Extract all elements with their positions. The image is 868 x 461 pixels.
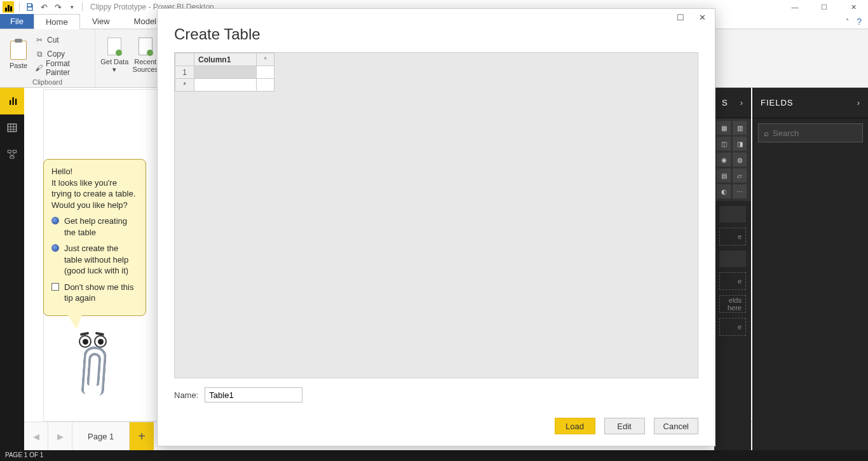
- viz-drop-zone[interactable]: e: [719, 228, 746, 245]
- visualizations-pane: S › ▦ ▥ ◫ ◨ ◉ ◍ ▤ ▱ ◐ ⋯ e e elds here e: [714, 88, 751, 450]
- svg-rect-2: [15, 99, 17, 105]
- clippy-option-nohelp[interactable]: Just create the table without help (good…: [51, 243, 138, 277]
- recent-sources-label: Recent Sources: [132, 58, 160, 73]
- svg-rect-1: [12, 97, 13, 105]
- svg-line-11: [10, 153, 13, 156]
- fields-header[interactable]: FIELDS ›: [753, 88, 868, 118]
- fields-search[interactable]: ⌕: [758, 123, 863, 142]
- grid-add-column[interactable]: *: [257, 53, 275, 66]
- clippy-option-help[interactable]: Get help creating the table: [51, 216, 138, 238]
- svg-rect-0: [10, 100, 11, 106]
- viz-type-icon[interactable]: ▤: [717, 169, 731, 182]
- viz-type-icon[interactable]: ▥: [733, 121, 747, 135]
- recent-sources-button[interactable]: Recent Sources: [132, 32, 160, 78]
- cancel-button[interactable]: Cancel: [654, 418, 698, 434]
- grid-cell[interactable]: [194, 66, 257, 79]
- viz-type-icon[interactable]: ▱: [733, 169, 747, 182]
- close-button[interactable]: ✕: [839, 0, 868, 14]
- clipboard-group-label: Clipboard: [0, 78, 95, 86]
- fields-pane: FIELDS › ⌕: [752, 88, 868, 450]
- viz-type-icon[interactable]: ◫: [717, 137, 731, 151]
- dialog-close-button[interactable]: ✕: [693, 10, 711, 24]
- grid-column-header[interactable]: Column1: [194, 53, 257, 66]
- page-tab-1[interactable]: Page 1: [72, 422, 130, 451]
- viz-more-icon[interactable]: ⋯: [733, 184, 747, 198]
- tab-view[interactable]: View: [80, 13, 122, 29]
- status-bar: PAGE 1 OF 1: [0, 450, 868, 461]
- chevron-right-icon: ›: [857, 98, 860, 107]
- table-name-label: Name:: [174, 390, 198, 400]
- clippy-bubble: Hello! It looks like you're trying to cr…: [43, 159, 146, 316]
- clippy-character[interactable]: [75, 335, 113, 396]
- viz-type-icon[interactable]: ◍: [733, 153, 747, 167]
- viz-section-header: [719, 206, 746, 223]
- view-rail: [0, 88, 24, 450]
- clippy-message: It looks like you're trying to create a …: [51, 178, 135, 210]
- add-page-button[interactable]: +: [130, 422, 154, 451]
- grid-cell[interactable]: [194, 79, 257, 92]
- clippy-assistant: Hello! It looks like you're trying to cr…: [43, 159, 146, 396]
- svg-rect-8: [8, 150, 11, 153]
- fields-search-input[interactable]: [773, 128, 868, 138]
- table-name-input[interactable]: [205, 387, 302, 403]
- svg-rect-9: [13, 150, 17, 153]
- cut-button[interactable]: ✂Cut: [34, 33, 90, 47]
- get-data-button[interactable]: Get Data ▾: [100, 32, 129, 78]
- clippy-option-dontshow[interactable]: Don't show me this tip again: [51, 282, 138, 304]
- viz-type-icon[interactable]: ◨: [733, 137, 747, 151]
- svg-rect-3: [8, 124, 17, 132]
- search-icon: ⌕: [764, 128, 769, 138]
- undo-icon[interactable]: ↶: [39, 2, 49, 12]
- get-data-label: Get Data ▾: [100, 58, 129, 73]
- redo-icon[interactable]: ↷: [53, 2, 63, 12]
- checkbox-icon: [51, 283, 59, 291]
- model-view-button[interactable]: [0, 141, 24, 168]
- dialog-grid-area: Column1 * 1 *: [174, 52, 698, 378]
- viz-drop-zone[interactable]: e: [719, 272, 746, 290]
- create-table-dialog: ☐ ✕ Create Table Column1 * 1 * Name:: [157, 8, 715, 446]
- save-icon[interactable]: [25, 2, 35, 12]
- tab-home[interactable]: Home: [34, 14, 80, 29]
- file-tab[interactable]: File: [0, 14, 34, 29]
- clippy-greeting: Hello!: [51, 167, 72, 176]
- report-view-button[interactable]: [0, 88, 24, 114]
- edit-button[interactable]: Edit: [604, 418, 645, 434]
- dialog-title: Create Table: [158, 25, 715, 52]
- grid-corner: [175, 53, 194, 66]
- grid-row-header[interactable]: 1: [175, 66, 194, 79]
- viz-type-icon[interactable]: ▦: [717, 121, 731, 135]
- viz-section-header: [719, 251, 746, 267]
- status-text: PAGE 1 OF 1: [5, 451, 43, 458]
- page-next-button[interactable]: ▶: [48, 422, 72, 451]
- radio-icon: [51, 244, 59, 252]
- paste-label: Paste: [10, 62, 27, 69]
- data-entry-grid[interactable]: Column1 * 1 *: [175, 53, 275, 92]
- svg-rect-10: [10, 156, 14, 158]
- grid-add-row[interactable]: *: [175, 79, 194, 92]
- maximize-button[interactable]: ☐: [810, 0, 839, 14]
- format-painter-button[interactable]: 🖌Format Painter: [34, 61, 90, 75]
- visualizations-header[interactable]: S ›: [714, 88, 751, 118]
- viz-type-icon[interactable]: ◉: [717, 153, 731, 167]
- dialog-maximize-button[interactable]: ☐: [672, 10, 689, 24]
- viz-type-icon[interactable]: ◐: [717, 184, 731, 198]
- radio-icon: [51, 217, 59, 224]
- ribbon-collapse-icon[interactable]: ˄: [846, 18, 849, 25]
- viz-drop-zone[interactable]: e: [719, 318, 746, 336]
- grid-cell[interactable]: [257, 66, 275, 79]
- svg-line-12: [12, 153, 15, 156]
- paste-button[interactable]: Paste: [5, 32, 32, 78]
- viz-drop-zone[interactable]: elds here: [719, 295, 746, 313]
- chevron-right-icon: ›: [740, 98, 743, 107]
- grid-cell[interactable]: [257, 79, 275, 92]
- page-prev-button[interactable]: ◀: [24, 422, 48, 451]
- minimize-button[interactable]: —: [780, 0, 810, 14]
- qat-dropdown-icon[interactable]: ▾: [67, 2, 77, 12]
- data-view-button[interactable]: [0, 114, 24, 141]
- load-button[interactable]: Load: [555, 418, 595, 434]
- app-icon: [3, 1, 14, 13]
- help-icon[interactable]: ?: [857, 17, 862, 27]
